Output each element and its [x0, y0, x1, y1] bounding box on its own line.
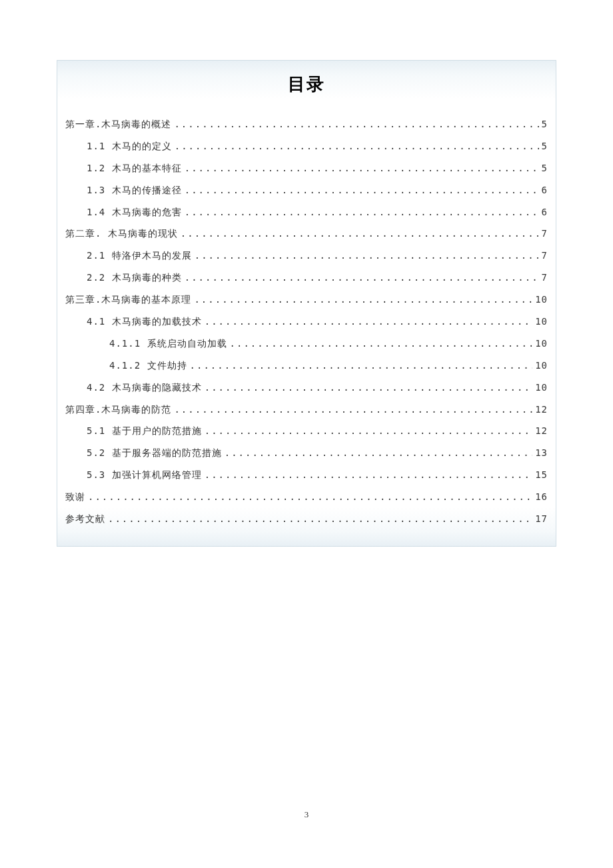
toc-entry-page: 13	[535, 442, 548, 464]
toc-entry: 4.1 木马病毒的加载技术10	[57, 311, 556, 333]
toc-entry-page: 7	[542, 223, 548, 245]
toc-entry-label: 第三章.木马病毒的基本原理	[65, 289, 191, 311]
toc-entry-label: 2.2 木马病毒的种类	[87, 267, 182, 289]
toc-entry: 5.1 基于用户的防范措施12	[57, 420, 556, 442]
toc-dots	[88, 486, 532, 508]
toc-dots	[194, 289, 532, 311]
toc-entry-page: 15	[535, 464, 548, 486]
toc-entry-label: 参考文献	[65, 508, 105, 530]
toc-entry-page: 17	[535, 508, 548, 530]
toc-entry-label: 1.4 木马病毒的危害	[87, 201, 182, 223]
toc-entry-label: 第一章.木马病毒的概述	[65, 113, 171, 135]
toc-entry: 参考文献17	[57, 508, 556, 530]
toc-entry: 1.1 木马的的定义5	[57, 135, 556, 157]
toc-entry-page: 6	[542, 179, 548, 201]
toc-entry-label: 4.1.2 文件劫持	[109, 355, 187, 377]
toc-entry-page: 6	[542, 201, 548, 223]
toc-dots	[175, 135, 539, 157]
toc-entry-page: 10	[535, 311, 548, 333]
toc-dots	[190, 355, 533, 377]
toc-entry-label: 2.1 特洛伊木马的发展	[87, 245, 192, 267]
toc-entry: 2.2 木马病毒的种类7	[57, 267, 556, 289]
toc-dots	[230, 333, 533, 355]
toc-entry-page: 12	[535, 420, 548, 442]
toc-entry: 1.3 木马的传播途径6	[57, 179, 556, 201]
toc-entry-page: 10	[535, 355, 548, 377]
toc-entry: 第三章.木马病毒的基本原理10	[57, 289, 556, 311]
toc-entry: 4.1.1 系统启动自动加载10	[57, 333, 556, 355]
toc-entry: 1.4 木马病毒的危害6	[57, 201, 556, 223]
toc-entry: 第四章.木马病毒的防范12	[57, 399, 556, 421]
toc-dots	[185, 201, 539, 223]
toc-entry-page: 10	[535, 333, 548, 355]
toc-entry-page: 7	[542, 245, 548, 267]
toc-entry: 5.2 基于服务器端的防范措施13	[57, 442, 556, 464]
toc-entry: 4.1.2 文件劫持10	[57, 355, 556, 377]
toc-entry-page: 10	[535, 289, 548, 311]
toc-dots	[185, 157, 539, 179]
toc-entry-label: 第二章. 木马病毒的现状	[65, 223, 178, 245]
toc-entry: 致谢16	[57, 486, 556, 508]
toc-dots	[225, 442, 532, 464]
toc-entry-page: 12	[535, 399, 548, 421]
toc-entry-label: 5.2 基于服务器端的防范措施	[87, 442, 222, 464]
toc-entry-label: 5.1 基于用户的防范措施	[87, 420, 202, 442]
toc-dots	[174, 399, 532, 421]
toc-entry-label: 致谢	[65, 486, 85, 508]
toc-entry: 1.2 木马的基本特征5	[57, 157, 556, 179]
toc-entry-page: 16	[535, 486, 548, 508]
toc-dots	[185, 267, 539, 289]
toc-entry-label: 第四章.木马病毒的防范	[65, 399, 171, 421]
page-number: 3	[0, 809, 613, 820]
toc-entry-page: 5	[542, 157, 548, 179]
toc-entry-label: 5.3 加强计算机网络管理	[87, 464, 202, 486]
toc-list: 第一章.木马病毒的概述51.1 木马的的定义51.2 木马的基本特征51.3 木…	[57, 113, 556, 530]
toc-entry: 第二章. 木马病毒的现状7	[57, 223, 556, 245]
toc-dots	[185, 179, 539, 201]
toc-container: 目录 第一章.木马病毒的概述51.1 木马的的定义51.2 木马的基本特征51.…	[57, 60, 556, 547]
toc-entry-label: 1.2 木马的基本特征	[87, 157, 182, 179]
toc-entry-label: 4.1.1 系统启动自动加载	[109, 333, 227, 355]
toc-entry: 4.2 木马病毒的隐藏技术10	[57, 377, 556, 399]
toc-dots	[205, 377, 532, 399]
toc-dots	[205, 311, 532, 333]
toc-entry: 第一章.木马病毒的概述5	[57, 113, 556, 135]
toc-dots	[205, 420, 532, 442]
toc-entry-label: 1.3 木马的传播途径	[87, 179, 182, 201]
toc-entry-page: 10	[535, 377, 548, 399]
toc-dots	[205, 464, 532, 486]
toc-title: 目录	[57, 73, 556, 96]
toc-dots	[181, 223, 539, 245]
toc-entry-label: 4.1 木马病毒的加载技术	[87, 311, 202, 333]
toc-dots	[108, 508, 532, 530]
toc-dots	[174, 113, 538, 135]
toc-entry-label: 4.2 木马病毒的隐藏技术	[87, 377, 202, 399]
toc-entry-page: 7	[542, 267, 548, 289]
toc-entry-page: 5	[542, 135, 548, 157]
toc-dots	[195, 245, 539, 267]
toc-entry: 2.1 特洛伊木马的发展7	[57, 245, 556, 267]
toc-entry-label: 1.1 木马的的定义	[87, 135, 172, 157]
toc-entry: 5.3 加强计算机网络管理15	[57, 464, 556, 486]
document-page: 目录 第一章.木马病毒的概述51.1 木马的的定义51.2 木马的基本特征51.…	[0, 0, 613, 547]
toc-entry-page: 5	[542, 113, 548, 135]
